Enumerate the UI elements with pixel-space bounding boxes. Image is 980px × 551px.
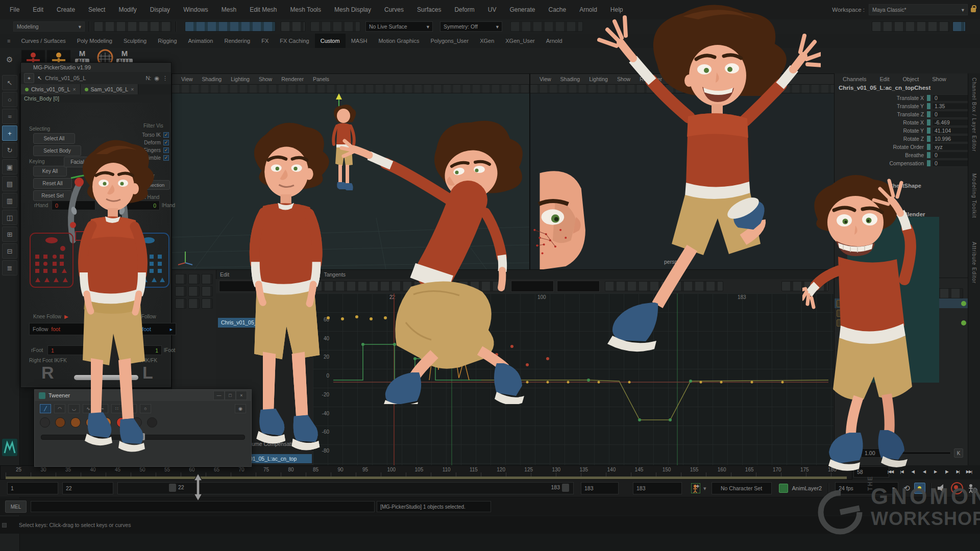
range-slider[interactable]: 22 183 bbox=[117, 482, 574, 494]
finger-grid-left[interactable] bbox=[128, 232, 170, 288]
current-anim-layer[interactable]: AnimLayer2 bbox=[792, 485, 822, 491]
sidebar-toggle-icons[interactable] bbox=[872, 21, 949, 32]
viewport-menu-item[interactable]: Panels bbox=[309, 76, 333, 82]
menu-item[interactable]: Cache bbox=[542, 0, 573, 19]
workspace-selector[interactable]: Maya Classic* ▾ bbox=[869, 4, 968, 15]
shelf-tab[interactable]: Animation bbox=[183, 34, 219, 48]
timeline-range-bar[interactable] bbox=[6, 477, 847, 479]
selected-object-name[interactable]: Chris_v01_05_L:ac_cn_topChest bbox=[835, 85, 968, 94]
tweener-tool-button[interactable]: ∷ bbox=[111, 404, 122, 413]
menu-item[interactable]: Display bbox=[143, 0, 177, 19]
close-icon[interactable]: × bbox=[236, 391, 247, 400]
graph-side-icons[interactable] bbox=[172, 270, 216, 313]
close-icon[interactable]: × bbox=[72, 86, 76, 92]
menu-item[interactable]: Mesh Display bbox=[328, 0, 378, 19]
weight-key-button[interactable]: K bbox=[954, 448, 963, 458]
channel-attribute-row[interactable]: Translate Z 0 bbox=[835, 110, 968, 118]
menu-item[interactable]: Windows bbox=[177, 0, 215, 19]
tab-attribute-editor[interactable]: Attribute Editor bbox=[971, 242, 977, 284]
shelf-tab[interactable]: Rigging bbox=[152, 34, 182, 48]
key-all-button[interactable]: Key All bbox=[33, 166, 67, 177]
filter-checkbox[interactable]: ✓ bbox=[163, 155, 169, 161]
layer-active-dot[interactable] bbox=[961, 320, 966, 325]
chevron-down-icon[interactable]: ▾ bbox=[703, 485, 706, 492]
viewport-menu-item[interactable]: Panels bbox=[667, 76, 692, 82]
graph-menu-item[interactable]: Edit bbox=[216, 271, 233, 278]
graph-toolbar-icons[interactable] bbox=[290, 281, 506, 291]
tweener-slider-handle[interactable] bbox=[141, 433, 145, 440]
anim-layer-key-icon[interactable] bbox=[779, 484, 788, 493]
lfoot-field[interactable]: 1 bbox=[123, 345, 162, 355]
character-set-selector[interactable]: No Character Set bbox=[712, 482, 772, 494]
tweener-preset-button[interactable] bbox=[101, 417, 111, 428]
tweener-tool-button-red[interactable]: ● bbox=[126, 404, 137, 413]
auto-keyframe-icon[interactable] bbox=[914, 483, 925, 494]
history-icons[interactable] bbox=[310, 21, 360, 32]
input-field-icons[interactable] bbox=[510, 21, 583, 32]
viewport-menu-item[interactable]: Shading bbox=[198, 76, 226, 82]
weight-slider[interactable] bbox=[894, 452, 951, 455]
snap-icons[interactable] bbox=[281, 21, 305, 32]
playback-button[interactable]: |◀ bbox=[896, 466, 907, 477]
shelf-tab[interactable]: MASH bbox=[346, 34, 373, 48]
select-body-button[interactable]: Select Body bbox=[33, 145, 81, 156]
menu-item[interactable]: Help bbox=[604, 0, 630, 19]
menu-item[interactable]: Create bbox=[50, 0, 82, 19]
graph-menu-item[interactable]: Tangents bbox=[320, 271, 350, 278]
tool-button[interactable]: ▤ bbox=[2, 176, 17, 191]
channel-box-menu-item[interactable]: Object bbox=[902, 76, 919, 82]
anim-end-field[interactable]: 183 bbox=[633, 482, 682, 494]
menu-set-selector[interactable]: Modeling ▾ bbox=[13, 21, 85, 32]
menu-item[interactable]: Select bbox=[82, 0, 112, 19]
animation-preferences-icon[interactable] bbox=[967, 483, 977, 493]
namespace-toggle[interactable]: N: bbox=[145, 75, 151, 81]
menu-item[interactable]: Edit Mesh bbox=[243, 0, 283, 19]
picker-rig-figure[interactable] bbox=[65, 164, 131, 296]
playback-button[interactable]: ◀ bbox=[919, 466, 929, 477]
workspace-lock-icon[interactable] bbox=[971, 8, 976, 12]
tool-button[interactable]: ≣ bbox=[2, 260, 17, 276]
menu-item[interactable]: Arnold bbox=[573, 0, 604, 19]
finger-grid-right[interactable] bbox=[29, 232, 74, 288]
tool-button[interactable]: ⊞ bbox=[2, 227, 17, 242]
viewport-right[interactable]: ViewShadingLightingShowRendererPanels pe… bbox=[530, 73, 835, 270]
tool-button[interactable]: ◫ bbox=[2, 210, 17, 225]
ik-wrist-left[interactable] bbox=[121, 231, 131, 241]
shelf-tab[interactable]: Curves / Surfaces bbox=[15, 34, 71, 48]
picker-tab[interactable]: Sam_v01_06_L × bbox=[81, 84, 139, 94]
graph-outliner-row-selected[interactable]: 01_05_L:ac_cn_top bbox=[248, 454, 312, 463]
viewport-icon-bar[interactable] bbox=[530, 85, 835, 93]
tweener-preset-button[interactable] bbox=[132, 417, 142, 428]
viewport-menu-item[interactable]: Lighting bbox=[585, 76, 612, 82]
tool-button[interactable]: ▥ bbox=[2, 193, 17, 208]
channel-attribute-row[interactable]: Breathe 0 bbox=[835, 151, 968, 159]
layer-lock-icon[interactable] bbox=[837, 310, 844, 317]
channel-attribute-row[interactable]: Rotate Order xyz bbox=[835, 143, 968, 151]
picker-namespace[interactable]: Chris_v01_05_L bbox=[45, 75, 86, 81]
viewport-menu-item[interactable]: View bbox=[535, 76, 555, 82]
graph-right-icons[interactable] bbox=[781, 281, 828, 291]
r-foot-button[interactable]: R bbox=[41, 363, 54, 383]
menu-item[interactable]: Mesh bbox=[215, 0, 243, 19]
maximize-icon[interactable]: □ bbox=[225, 391, 236, 400]
menu-item[interactable]: Generate bbox=[503, 0, 542, 19]
tweener-title-bar[interactable]: Tweener — □ × bbox=[35, 390, 251, 401]
graph-outliner-selected-channel[interactable]: Chris_v01_05_L:ac_cn_ bbox=[218, 318, 313, 328]
shelf-tab[interactable]: Polygons_User bbox=[425, 34, 475, 48]
playback-button[interactable]: |◀◀ bbox=[885, 466, 896, 477]
viewport-menu-item[interactable]: View bbox=[177, 76, 197, 82]
graph-name-field[interactable] bbox=[219, 281, 286, 292]
attribute-editor-toggle-icon[interactable] bbox=[952, 21, 966, 32]
command-language-toggle[interactable]: MEL bbox=[5, 500, 27, 513]
menu-item[interactable]: Modify bbox=[112, 0, 143, 19]
shelf-menu-icon[interactable]: ≡ bbox=[0, 38, 15, 44]
tweener-tool-button[interactable]: ◡ bbox=[68, 404, 80, 413]
graph-plot-area[interactable]: 6040200-20-40-60-80 22 100 183 bbox=[313, 293, 834, 466]
rfoot-field[interactable]: 1 bbox=[47, 345, 90, 355]
shelf-tab[interactable]: Sculpting bbox=[118, 34, 152, 48]
playback-button[interactable]: ◀| bbox=[908, 466, 918, 477]
tweener-slider[interactable] bbox=[41, 435, 245, 440]
viewport-icon-bar[interactable] bbox=[172, 85, 529, 93]
follow-foot-left[interactable]: Follow foot ▸ bbox=[120, 323, 176, 335]
layer-lock-icon[interactable] bbox=[837, 319, 844, 327]
